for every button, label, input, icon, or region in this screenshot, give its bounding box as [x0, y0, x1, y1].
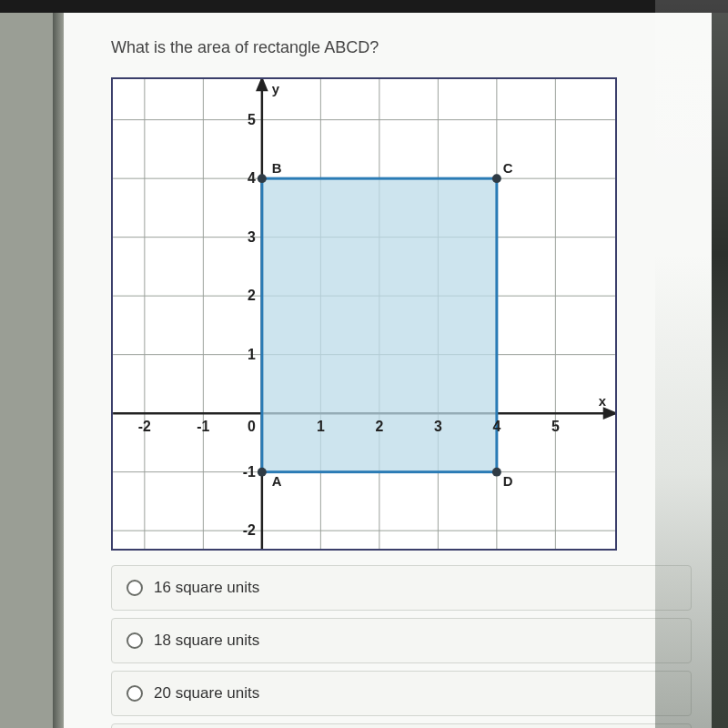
content-panel: What is the area of rectangle ABCD?: [64, 13, 712, 728]
svg-text:-1: -1: [243, 464, 256, 480]
radio-icon: [126, 632, 143, 649]
right-edge: [712, 13, 728, 728]
y-axis-label: y: [272, 82, 280, 96]
svg-text:C: C: [503, 161, 513, 176]
answer-label: 16 square units: [154, 579, 259, 597]
svg-text:4: 4: [248, 170, 256, 186]
answer-option-1[interactable]: 18 square units: [111, 618, 692, 663]
svg-text:0: 0: [248, 419, 256, 434]
svg-text:-2: -2: [138, 419, 151, 434]
answer-label: 18 square units: [154, 632, 259, 650]
question-text: What is the area of rectangle ABCD?: [111, 38, 692, 57]
svg-point-22: [492, 174, 501, 183]
svg-text:3: 3: [248, 229, 256, 245]
svg-text:4: 4: [492, 419, 500, 434]
svg-text:2: 2: [248, 288, 256, 303]
svg-text:2: 2: [375, 419, 383, 434]
svg-text:5: 5: [248, 112, 256, 127]
svg-text:-1: -1: [197, 419, 209, 434]
answer-list: 16 square units 18 square units 20 squar…: [111, 565, 692, 728]
svg-text:1: 1: [248, 347, 256, 362]
svg-marker-19: [604, 409, 615, 418]
x-axis-label: x: [599, 394, 607, 409]
answer-option-0[interactable]: 16 square units: [111, 565, 692, 611]
svg-text:5: 5: [551, 419, 560, 434]
radio-icon: [126, 580, 143, 596]
svg-point-23: [492, 468, 501, 477]
svg-text:D: D: [503, 474, 513, 489]
coordinate-graph: -2 -1 0 1 2 3 4 5 5 4 3 2 1 -1 -2 y x: [111, 77, 617, 551]
svg-text:B: B: [272, 161, 282, 176]
svg-point-21: [258, 174, 267, 183]
answer-label: 20 square units: [154, 684, 259, 703]
svg-text:3: 3: [434, 419, 442, 434]
svg-text:A: A: [272, 474, 282, 489]
svg-point-20: [258, 468, 267, 477]
radio-icon: [126, 685, 143, 702]
graph-svg: -2 -1 0 1 2 3 4 5 5 4 3 2 1 -1 -2 y x: [113, 79, 615, 549]
answer-option-2[interactable]: 20 square units: [111, 671, 692, 716]
answer-option-3[interactable]: 25 square units: [111, 723, 692, 728]
left-shadow: [53, 13, 64, 728]
svg-text:1: 1: [317, 419, 325, 434]
svg-marker-18: [258, 79, 267, 90]
window-top-bar: [0, 0, 728, 13]
svg-text:-2: -2: [243, 522, 256, 538]
